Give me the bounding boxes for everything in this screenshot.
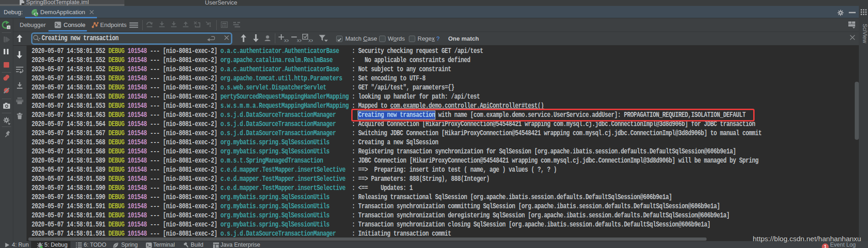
- svg-text:XX: XX: [297, 38, 301, 42]
- svg-text:XX: XX: [308, 38, 313, 42]
- svg-text:XX: XX: [284, 38, 289, 42]
